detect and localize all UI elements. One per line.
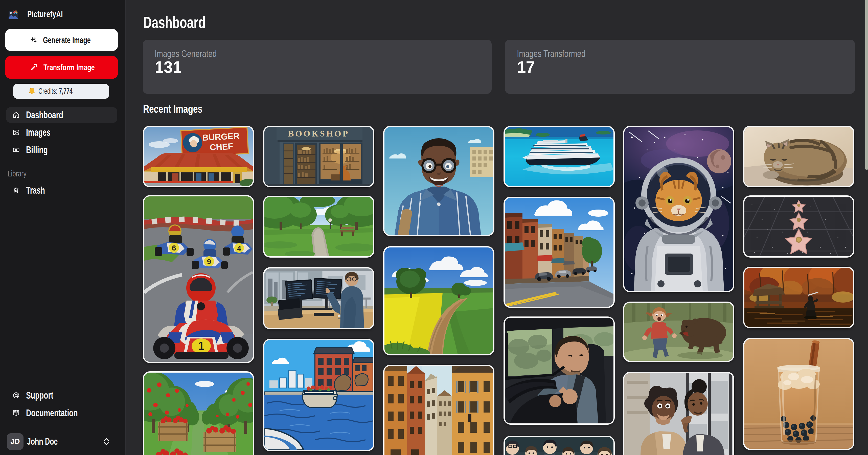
svg-text:BURGER: BURGER <box>202 131 240 143</box>
svg-text:1: 1 <box>198 339 205 353</box>
svg-text:6: 6 <box>172 244 176 252</box>
svg-text:4: 4 <box>237 244 241 252</box>
svg-text:9: 9 <box>207 257 211 266</box>
svg-text:CHEF: CHEF <box>210 141 233 152</box>
svg-text:BOOKSHOP: BOOKSHOP <box>288 129 349 138</box>
